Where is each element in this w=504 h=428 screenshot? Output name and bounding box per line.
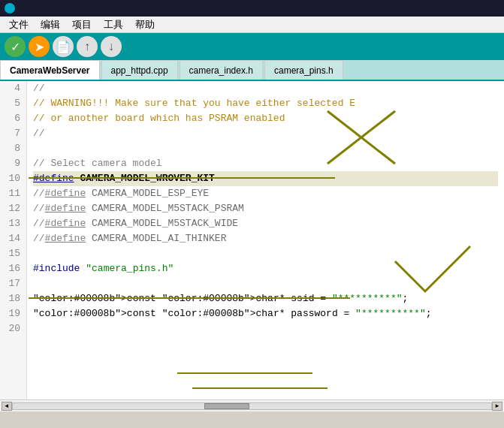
line-number-11: 11 (6, 186, 20, 201)
code-line-12: //‌#define CAMERA_MODEL_M5STACK_PSRAM (33, 201, 498, 216)
line-number-12: 12 (6, 201, 20, 216)
title-bar (0, 0, 504, 17)
code-line-10: #define CAMERA_MODEL_WROVER_KIT (33, 171, 498, 186)
tab-3[interactable]: camera_pins.h (264, 60, 343, 80)
tab-2[interactable]: camera_index.h (180, 60, 263, 80)
scrollbar-track[interactable] (12, 402, 492, 410)
tab-1[interactable]: app_httpd.cpp (101, 60, 178, 80)
menu-item-帮助[interactable]: 帮助 (129, 17, 161, 33)
menu-item-项目[interactable]: 项目 (66, 17, 98, 33)
code-line-14: //‌#define CAMERA_MODEL_AI_THINKER (33, 231, 498, 246)
line-number-13: 13 (6, 216, 20, 231)
scrollbar-thumb[interactable] (204, 403, 249, 409)
code-line-20 (33, 321, 498, 336)
line-number-7: 7 (6, 126, 20, 141)
code-line-18: "color:#00008b">const "color:#00008b">ch… (33, 291, 498, 306)
menu-item-编辑[interactable]: 编辑 (35, 17, 66, 33)
save-button[interactable]: ↓ (101, 36, 122, 57)
code-line-19: "color:#00008b">const "color:#00008b">ch… (33, 306, 498, 321)
code-line-8 (33, 141, 498, 156)
code-line-5: // WARNING!!! Make sure that you have ei… (33, 96, 498, 111)
toolbar: ✓ ➤ 📄 ↑ ↓ (0, 33, 504, 60)
code-line-11: //‌#define CAMERA_MODEL_ESP_EYE (33, 186, 498, 201)
code-line-9: // Select camera model (33, 156, 498, 171)
code-line-17 (33, 276, 498, 291)
menu-item-文件[interactable]: 文件 (3, 17, 35, 33)
menu-bar: 文件编辑项目工具帮助 (0, 17, 504, 33)
line-number-20: 20 (6, 321, 20, 336)
code-editor[interactable]: //// WARNING!!! Make sure that you have … (27, 81, 504, 399)
line-number-15: 15 (6, 246, 20, 261)
open-button[interactable]: ↑ (77, 36, 98, 57)
line-number-19: 19 (6, 306, 20, 321)
line-numbers: 4567891011121314151617181920 (0, 81, 27, 399)
code-line-6: // or another board which has PSRAM enab… (33, 111, 498, 126)
code-area: 4567891011121314151617181920 //// WARNIN… (0, 81, 504, 411)
code-line-4: // (33, 81, 498, 96)
code-line-7: // (33, 126, 498, 141)
line-number-14: 14 (6, 231, 20, 246)
line-number-9: 9 (6, 156, 20, 171)
tabs-bar: CameraWebServerapp_httpd.cppcamera_index… (0, 60, 504, 81)
menu-item-工具[interactable]: 工具 (98, 17, 129, 33)
line-number-10: 10 (6, 171, 20, 186)
new-button[interactable]: 📄 (53, 36, 74, 57)
scroll-left[interactable]: ◄ (2, 402, 12, 411)
line-number-17: 17 (6, 276, 20, 291)
line-number-4: 4 (6, 81, 20, 96)
code-line-13: //‌#define CAMERA_MODEL_M5STACK_WIDE (33, 216, 498, 231)
tab-0[interactable]: CameraWebServer (0, 60, 100, 80)
line-number-6: 6 (6, 111, 20, 126)
app-logo (5, 3, 15, 14)
line-number-5: 5 (6, 96, 20, 111)
line-number-18: 18 (6, 291, 20, 306)
code-line-16: #include "camera_pins.h" (33, 261, 498, 276)
verify-button[interactable]: ✓ (5, 36, 26, 57)
scroll-right[interactable]: ► (492, 402, 502, 411)
scrollbar: ◄ ► (0, 399, 504, 411)
upload-button[interactable]: ➤ (29, 36, 50, 57)
code-line-15 (33, 246, 498, 261)
line-number-16: 16 (6, 261, 20, 276)
line-number-8: 8 (6, 141, 20, 156)
